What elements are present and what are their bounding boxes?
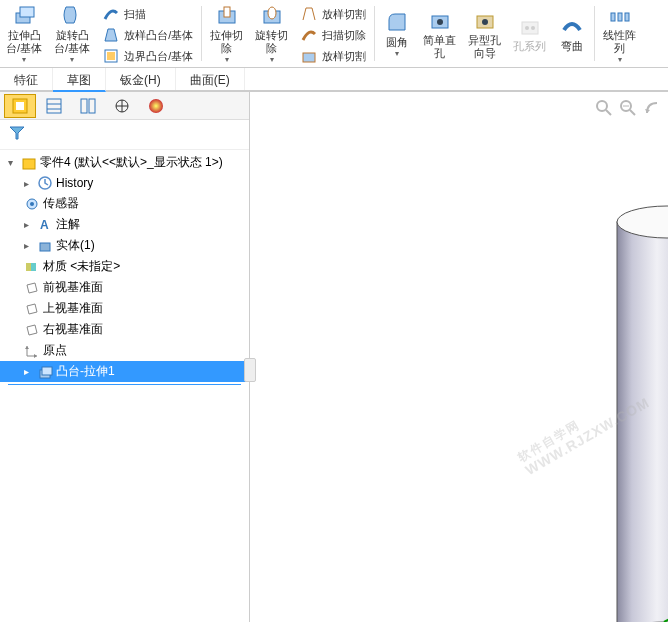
panel-collapse-handle[interactable] xyxy=(244,358,256,382)
flex-button[interactable]: 弯曲 xyxy=(552,2,592,65)
3d-viewport[interactable]: 软件自学网 WWW.RJZXW.COM xyxy=(250,92,668,622)
previous-view-icon[interactable] xyxy=(642,98,662,118)
boss-group: 扫描 放样凸台/基体 边界凸台/基体 xyxy=(96,2,199,65)
simple-hole-button[interactable]: 简单直 孔 xyxy=(417,2,462,65)
hole-wizard-icon xyxy=(473,8,497,32)
panel-tab-config[interactable] xyxy=(72,94,104,118)
loft-boss-button[interactable]: 放样凸台/基体 xyxy=(100,25,195,45)
chevron-down-icon: ▾ xyxy=(270,55,274,64)
extrude-cut-button[interactable]: 拉伸切 除 ▾ xyxy=(204,2,249,65)
panel-tab-appearance[interactable] xyxy=(140,94,172,118)
hole-wizard-button[interactable]: 异型孔 向导 xyxy=(462,2,507,65)
svg-point-12 xyxy=(482,19,488,25)
main-area: ▾ 零件4 (默认<<默认>_显示状态 1>) ▸ History 传感器 ▸ … xyxy=(0,92,668,622)
dimexpert-icon xyxy=(113,97,131,115)
tree-boss-extrude[interactable]: ▸ 凸台-拉伸1 xyxy=(0,361,249,382)
tree-origin[interactable]: 原点 xyxy=(0,340,249,361)
svg-rect-43 xyxy=(42,367,52,375)
svg-rect-36 xyxy=(26,263,31,271)
svg-rect-37 xyxy=(31,263,36,271)
revolve-cut-icon xyxy=(260,3,284,27)
tree-top-plane[interactable]: 上视基准面 xyxy=(0,298,249,319)
boundary-icon xyxy=(102,47,120,65)
svg-rect-35 xyxy=(40,243,50,251)
expand-arrow-icon[interactable]: ▸ xyxy=(24,240,34,251)
loft-cut2-button[interactable]: 放样切割 xyxy=(298,46,368,66)
command-tabs: 特征 草图 钣金(H) 曲面(E) xyxy=(0,68,668,92)
extrude-feature-icon xyxy=(37,364,53,380)
svg-point-10 xyxy=(437,19,443,25)
tree-solid-bodies[interactable]: ▸ 实体(1) xyxy=(0,235,249,256)
fillet-button[interactable]: 圆角 ▾ xyxy=(377,2,417,65)
expand-arrow-icon[interactable]: ▸ xyxy=(24,219,34,230)
collapse-arrow-icon[interactable]: ▾ xyxy=(8,157,18,168)
svg-rect-3 xyxy=(107,52,115,60)
tab-sheetmetal[interactable]: 钣金(H) xyxy=(106,68,176,90)
hole-series-button: 孔系列 xyxy=(507,2,552,65)
tree-root[interactable]: ▾ 零件4 (默认<<默认>_显示状态 1>) xyxy=(0,152,249,173)
tree-annotations[interactable]: ▸ A 注解 xyxy=(0,214,249,235)
sweep-cut-button[interactable]: 扫描切除 xyxy=(298,25,368,45)
svg-line-57 xyxy=(664,616,668,622)
svg-rect-30 xyxy=(23,159,35,169)
part-icon xyxy=(21,155,37,171)
expand-arrow-icon[interactable]: ▸ xyxy=(24,366,34,377)
plane-icon xyxy=(24,301,40,317)
panel-tab-design-tree[interactable] xyxy=(4,94,36,118)
simple-hole-icon xyxy=(428,8,452,32)
design-tree-icon xyxy=(11,97,29,115)
zoom-fit-icon[interactable] xyxy=(594,98,614,118)
zoom-area-icon[interactable] xyxy=(618,98,638,118)
tab-feature[interactable]: 特征 xyxy=(0,68,53,90)
panel-tabs xyxy=(0,92,249,120)
chevron-down-icon: ▾ xyxy=(618,55,622,64)
chevron-down-icon: ▾ xyxy=(395,49,399,58)
svg-marker-49 xyxy=(645,109,650,113)
revolve-cut-button[interactable]: 旋转切 除 ▾ xyxy=(249,2,294,65)
svg-point-7 xyxy=(268,7,276,19)
tab-surface[interactable]: 曲面(E) xyxy=(176,68,245,90)
tree-rollback-bar[interactable] xyxy=(8,384,241,385)
boundary-boss-button[interactable]: 边界凸台/基体 xyxy=(100,46,195,66)
tab-sketch[interactable]: 草图 xyxy=(53,68,106,92)
panel-tab-property[interactable] xyxy=(38,94,70,118)
tree-material[interactable]: 材质 <未指定> xyxy=(0,256,249,277)
tree-front-plane[interactable]: 前视基准面 xyxy=(0,277,249,298)
sweep-boss-button[interactable]: 扫描 xyxy=(100,4,195,24)
extrude-cut-icon xyxy=(215,3,239,27)
config-icon xyxy=(79,97,97,115)
filter-icon[interactable] xyxy=(8,124,26,142)
svg-marker-40 xyxy=(25,346,29,349)
chevron-down-icon: ▾ xyxy=(22,55,26,64)
revolve-boss-button[interactable]: 旋转凸 台/基体 ▾ xyxy=(48,2,96,65)
loft-cut-icon xyxy=(300,5,318,23)
extrude-boss-button[interactable]: 拉伸凸 台/基体 ▾ xyxy=(0,2,48,65)
triad-icon[interactable] xyxy=(660,584,668,622)
svg-rect-5 xyxy=(224,7,230,17)
tree-right-plane[interactable]: 右视基准面 xyxy=(0,319,249,340)
svg-line-45 xyxy=(606,110,611,115)
expand-arrow-icon[interactable]: ▸ xyxy=(24,178,34,189)
tree-history[interactable]: ▸ History xyxy=(0,173,249,193)
chevron-down-icon: ▾ xyxy=(225,55,229,64)
svg-rect-18 xyxy=(625,13,629,21)
history-icon xyxy=(37,175,53,191)
annotation-icon: A xyxy=(37,217,53,233)
panel-tab-dimx[interactable] xyxy=(106,94,138,118)
tree-sensors[interactable]: 传感器 xyxy=(0,193,249,214)
svg-line-47 xyxy=(630,110,635,115)
loft-cut-button[interactable]: 放样切割 xyxy=(298,4,368,24)
main-toolbar: 拉伸凸 台/基体 ▾ 旋转凸 台/基体 ▾ 扫描 放样凸台/基体 边界凸台/基体… xyxy=(0,0,668,68)
appearance-icon xyxy=(147,97,165,115)
svg-rect-20 xyxy=(16,102,24,110)
material-icon xyxy=(24,259,40,275)
plane-icon xyxy=(24,280,40,296)
flex-icon xyxy=(560,14,584,38)
hole-series-icon xyxy=(518,14,542,38)
svg-rect-1 xyxy=(20,7,34,17)
svg-text:A: A xyxy=(40,218,49,232)
svg-rect-13 xyxy=(522,22,538,34)
cylinder-model[interactable] xyxy=(612,204,668,622)
svg-rect-21 xyxy=(47,99,61,113)
linear-pattern-button[interactable]: 线性阵 列 ▾ xyxy=(597,2,642,65)
